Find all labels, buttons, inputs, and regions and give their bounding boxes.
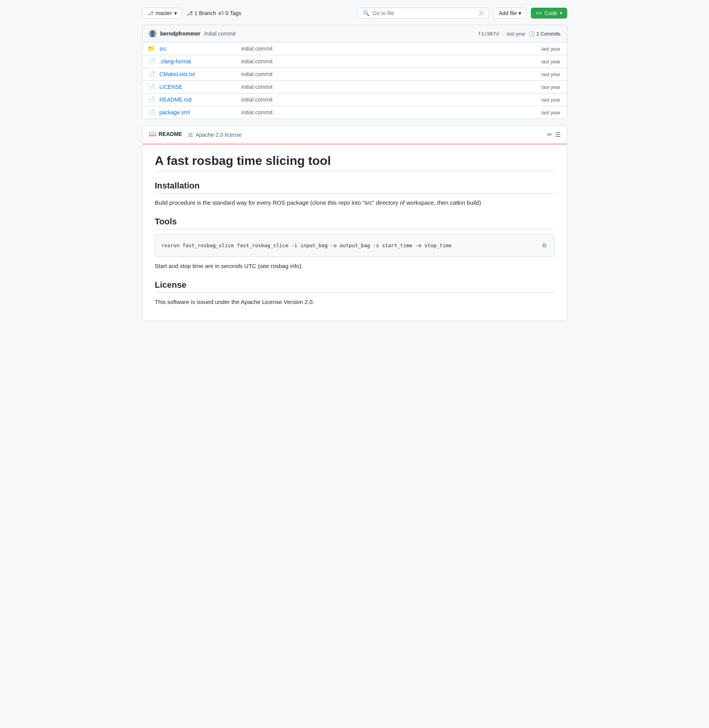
file-icon: 📄 bbox=[149, 97, 155, 103]
license-icon: ⚖ bbox=[188, 132, 193, 138]
search-input[interactable] bbox=[372, 10, 475, 16]
file-name[interactable]: LICENSE bbox=[160, 84, 237, 90]
search-kbd: t bbox=[478, 10, 484, 16]
license-heading: License bbox=[155, 280, 554, 293]
license-text: This software is issued under the Apache… bbox=[155, 297, 554, 307]
tag-icon: 🏷 bbox=[218, 10, 224, 16]
file-commit-msg: initial commit bbox=[241, 46, 537, 52]
file-name[interactable]: CMakeLists.txt bbox=[160, 71, 237, 77]
file-time: last year bbox=[541, 59, 560, 64]
file-row: 📄 LICENSE initial commit last year bbox=[143, 81, 567, 93]
readme-tab-label: README bbox=[159, 131, 182, 137]
file-row: 📄 README.md initial commit last year bbox=[143, 93, 567, 106]
branch-icon: ⎇ bbox=[147, 10, 153, 16]
add-file-chevron-icon: ▾ bbox=[519, 10, 521, 16]
file-icon: 📄 bbox=[149, 84, 155, 90]
file-icon: 📄 bbox=[149, 58, 155, 64]
file-time: last year bbox=[541, 97, 560, 103]
folder-icon: 📁 bbox=[149, 46, 155, 52]
readme-tab[interactable]: 📖 README bbox=[149, 130, 182, 139]
tools-heading: Tools bbox=[155, 217, 554, 229]
file-time: last year bbox=[541, 71, 560, 77]
file-commit-msg: initial commit bbox=[241, 84, 537, 90]
book-icon: 📖 bbox=[149, 130, 156, 137]
license-tab-label: Apache-2.0 license bbox=[196, 132, 241, 138]
history-icon: 🕐 bbox=[529, 31, 535, 37]
top-bar: ⎇ master ▾ ⎇ 1 Branch 🏷 0 Tags 🔍 t Add f… bbox=[142, 8, 567, 19]
readme-title: A fast rosbag time slicing tool bbox=[155, 154, 554, 171]
commits-count: 1 Commits bbox=[536, 31, 560, 37]
tag-count-label: 0 Tags bbox=[225, 10, 241, 16]
file-commit-msg: initial commit bbox=[241, 109, 537, 115]
branch-count-item[interactable]: ⎇ 1 Branch bbox=[187, 10, 216, 16]
file-name[interactable]: README.md bbox=[160, 97, 237, 103]
menu-icon[interactable]: ☰ bbox=[555, 131, 561, 138]
file-time: last year bbox=[541, 84, 560, 90]
file-icon: 📄 bbox=[149, 71, 155, 77]
readme-section: 📖 README ⚖ Apache-2.0 license ✏ ☰ A fast… bbox=[142, 125, 567, 321]
file-commit-msg: initial commit bbox=[241, 97, 537, 103]
code-chevron-icon: ▾ bbox=[560, 10, 562, 16]
add-file-button[interactable]: Add file ▾ bbox=[494, 8, 526, 19]
file-commit-msg: initial commit bbox=[241, 58, 537, 64]
file-icon: 📄 bbox=[149, 109, 155, 115]
commit-message: initial commit bbox=[204, 31, 236, 37]
readme-actions: ✏ ☰ bbox=[547, 131, 561, 138]
commit-time: last year bbox=[507, 31, 525, 37]
branch-selector[interactable]: ⎇ master ▾ bbox=[142, 8, 182, 19]
commits-link[interactable]: 🕐 1 Commits bbox=[529, 31, 560, 37]
code-label: Code bbox=[544, 10, 557, 16]
code-button[interactable]: <> Code ▾ bbox=[531, 8, 567, 19]
file-time: last year bbox=[541, 110, 560, 115]
branch-count-label: 1 Branch bbox=[194, 10, 216, 16]
file-name[interactable]: .clang-format bbox=[160, 58, 237, 64]
license-tab[interactable]: ⚖ Apache-2.0 license bbox=[188, 132, 241, 138]
branch-chevron-icon: ▾ bbox=[174, 10, 177, 16]
avatar: 👤 bbox=[149, 30, 156, 37]
file-commit-msg: initial commit bbox=[241, 71, 537, 77]
readme-body: A fast rosbag time slicing tool Installa… bbox=[143, 144, 567, 321]
file-time: last year bbox=[541, 46, 560, 52]
installation-text: Build procedure is the standard way for … bbox=[155, 198, 554, 207]
commit-header: 👤 berndpfrommer initial commit f1c907d ·… bbox=[143, 25, 567, 42]
file-row: 📄 package.xml initial commit last year bbox=[143, 106, 567, 119]
search-bar: 🔍 t bbox=[358, 8, 489, 19]
installation-heading: Installation bbox=[155, 181, 554, 193]
file-row: 📄 .clang-format initial commit last year bbox=[143, 55, 567, 68]
add-file-label: Add file bbox=[499, 10, 517, 16]
tag-count-item[interactable]: 🏷 0 Tags bbox=[218, 10, 241, 16]
commit-author[interactable]: berndpfrommer bbox=[160, 31, 201, 37]
commit-dot: · bbox=[502, 31, 504, 37]
readme-header: 📖 README ⚖ Apache-2.0 license ✏ ☰ bbox=[143, 126, 567, 144]
file-name[interactable]: src bbox=[160, 46, 237, 52]
file-name[interactable]: package.xml bbox=[160, 109, 237, 115]
edit-icon[interactable]: ✏ bbox=[547, 131, 552, 138]
branch-name: master bbox=[156, 10, 172, 16]
code-icon: <> bbox=[536, 10, 542, 16]
tools-code-block: rosrun fast_rosbag_slice fast_rosbag_sli… bbox=[155, 234, 554, 257]
commit-meta: f1c907d · last year 🕐 1 Commits bbox=[478, 31, 561, 37]
copy-button[interactable]: ⧉ bbox=[541, 241, 548, 250]
search-icon: 🔍 bbox=[363, 10, 369, 16]
tools-code: rosrun fast_rosbag_slice fast_rosbag_sli… bbox=[162, 243, 541, 248]
branch-count-icon: ⎇ bbox=[187, 10, 193, 16]
tools-text: Start and stop time are in seconds UTC (… bbox=[155, 261, 554, 271]
file-row: 📁 src initial commit last year bbox=[143, 42, 567, 55]
file-table: 👤 berndpfrommer initial commit f1c907d ·… bbox=[142, 25, 567, 119]
branch-info: ⎇ 1 Branch 🏷 0 Tags bbox=[187, 10, 241, 16]
file-row: 📄 CMakeLists.txt initial commit last yea… bbox=[143, 68, 567, 81]
commit-hash[interactable]: f1c907d bbox=[478, 31, 499, 37]
